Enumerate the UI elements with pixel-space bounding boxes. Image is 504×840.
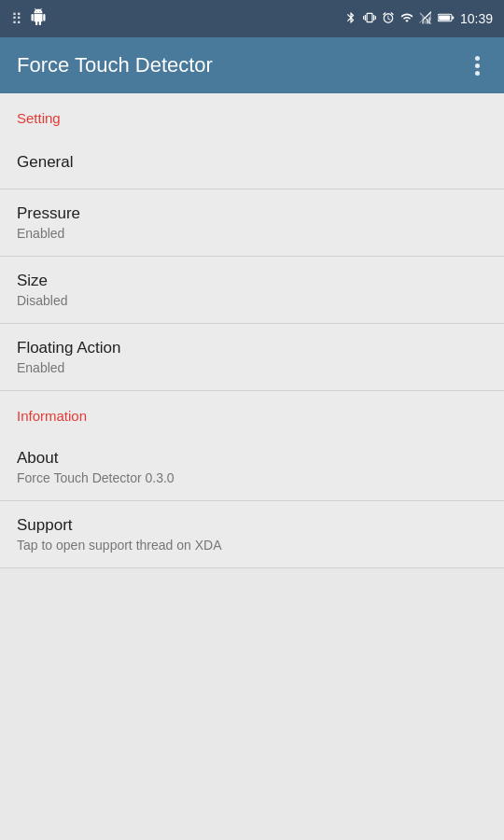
app-title: Force Touch Detector (17, 53, 213, 77)
status-bar: ⠿ (0, 0, 504, 37)
setting-about-subtitle: Force Touch Detector 0.3.0 (17, 470, 487, 485)
setting-support-title: Support (17, 516, 487, 535)
setting-floating-action-title: Floating Action (17, 339, 487, 357)
setting-item-general[interactable]: General (0, 136, 504, 189)
setting-pressure-subtitle: Enabled (17, 226, 487, 241)
setting-general-title: General (17, 153, 487, 172)
alarm-icon (382, 11, 395, 27)
overflow-dot-2 (475, 63, 480, 68)
app-bar: Force Touch Detector (0, 37, 504, 93)
status-time: 10:39 (460, 11, 493, 26)
settings-content: Setting General Pressure Enabled Size Di… (0, 93, 504, 568)
setting-size-title: Size (17, 272, 487, 290)
battery-icon (438, 11, 455, 27)
section-information-header: Information (0, 391, 504, 434)
overflow-dot-1 (475, 56, 480, 61)
section-setting-label: Setting (17, 110, 61, 126)
dots-icon: ⠿ (11, 10, 22, 28)
svg-rect-2 (425, 20, 426, 23)
setting-floating-action-subtitle: Enabled (17, 360, 487, 375)
section-information: Information About Force Touch Detector 0… (0, 391, 504, 568)
setting-item-about[interactable]: About Force Touch Detector 0.3.0 (0, 434, 504, 501)
status-bar-left-icons: ⠿ (11, 8, 47, 29)
svg-rect-1 (427, 19, 427, 23)
svg-rect-0 (428, 17, 429, 23)
bluetooth-icon (344, 11, 357, 27)
setting-size-subtitle: Disabled (17, 293, 487, 308)
setting-pressure-title: Pressure (17, 204, 487, 223)
setting-support-subtitle: Tap to open support thread on XDA (17, 538, 487, 553)
status-bar-right-icons: 10:39 (344, 11, 493, 27)
setting-item-support[interactable]: Support Tap to open support thread on XD… (0, 501, 504, 568)
overflow-menu-button[interactable] (468, 49, 487, 83)
section-setting-header: Setting (0, 93, 504, 136)
android-icon (30, 8, 47, 29)
setting-item-pressure[interactable]: Pressure Enabled (0, 189, 504, 257)
section-information-label: Information (17, 408, 87, 424)
wifi-icon (400, 11, 413, 27)
svg-rect-4 (439, 15, 450, 20)
setting-about-title: About (17, 449, 487, 468)
overflow-dot-3 (475, 71, 480, 76)
vibrate-icon (363, 11, 376, 27)
setting-item-size[interactable]: Size Disabled (0, 257, 504, 324)
signal-icon (419, 11, 432, 27)
section-setting: Setting General Pressure Enabled Size Di… (0, 93, 504, 391)
svg-rect-5 (452, 16, 454, 19)
setting-item-floating-action[interactable]: Floating Action Enabled (0, 324, 504, 391)
